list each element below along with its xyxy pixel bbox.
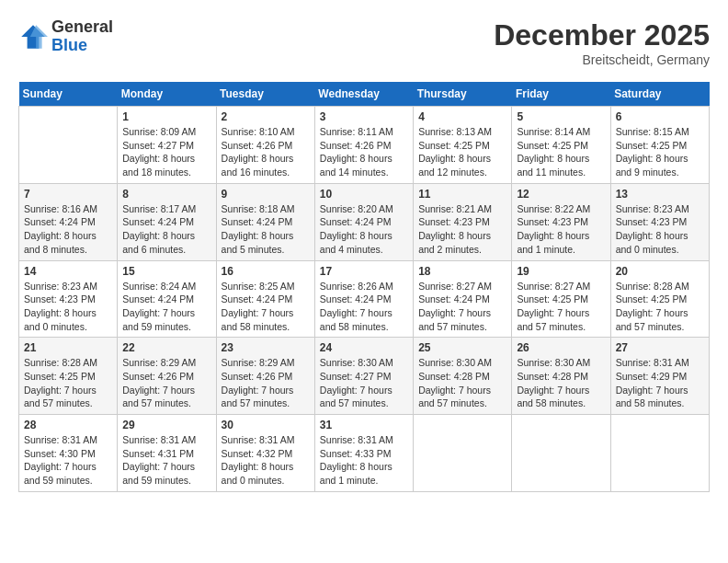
day-number: 8 (122, 188, 210, 201)
day-info: Sunrise: 8:13 AM Sunset: 4:25 PM Dayligh… (418, 125, 506, 179)
calendar-cell: 23Sunrise: 8:29 AM Sunset: 4:26 PM Dayli… (216, 338, 314, 415)
calendar-cell: 2Sunrise: 8:10 AM Sunset: 4:26 PM Daylig… (216, 107, 314, 184)
day-info: Sunrise: 8:31 AM Sunset: 4:30 PM Dayligh… (24, 433, 112, 488)
day-info: Sunrise: 8:14 AM Sunset: 4:25 PM Dayligh… (517, 125, 605, 179)
calendar-cell: 19Sunrise: 8:27 AM Sunset: 4:25 PM Dayli… (512, 260, 610, 338)
day-info: Sunrise: 8:16 AM Sunset: 4:24 PM Dayligh… (24, 202, 112, 257)
day-info: Sunrise: 8:27 AM Sunset: 4:25 PM Dayligh… (517, 280, 605, 334)
day-number: 5 (517, 110, 605, 123)
day-number: 26 (517, 341, 605, 354)
day-info: Sunrise: 8:26 AM Sunset: 4:24 PM Dayligh… (320, 280, 408, 334)
day-number: 31 (320, 419, 408, 431)
weekday-header-friday: Friday (512, 82, 610, 107)
day-info: Sunrise: 8:18 AM Sunset: 4:24 PM Dayligh… (222, 202, 310, 257)
day-info: Sunrise: 8:23 AM Sunset: 4:23 PM Dayligh… (24, 280, 112, 334)
calendar-cell (414, 415, 512, 492)
calendar-cell: 13Sunrise: 8:23 AM Sunset: 4:23 PM Dayli… (610, 183, 709, 260)
day-info: Sunrise: 8:24 AM Sunset: 4:24 PM Dayligh… (122, 280, 210, 334)
day-number: 28 (24, 419, 112, 431)
logo-text: General Blue (51, 18, 113, 55)
day-info: Sunrise: 8:15 AM Sunset: 4:25 PM Dayligh… (616, 125, 704, 179)
weekday-header-row: SundayMondayTuesdayWednesdayThursdayFrid… (19, 82, 710, 107)
day-info: Sunrise: 8:30 AM Sunset: 4:28 PM Dayligh… (517, 356, 605, 410)
week-row-4: 21Sunrise: 8:28 AM Sunset: 4:25 PM Dayli… (19, 338, 710, 415)
calendar-cell (512, 415, 610, 492)
calendar-cell: 15Sunrise: 8:24 AM Sunset: 4:24 PM Dayli… (118, 260, 216, 338)
week-row-2: 7Sunrise: 8:16 AM Sunset: 4:24 PM Daylig… (19, 183, 710, 260)
weekday-header-saturday: Saturday (610, 82, 709, 107)
day-number: 1 (122, 110, 210, 123)
day-number: 6 (616, 110, 704, 123)
calendar-cell: 24Sunrise: 8:30 AM Sunset: 4:27 PM Dayli… (314, 338, 413, 415)
day-number: 27 (616, 341, 704, 354)
month-title: December 2025 (494, 18, 710, 52)
day-number: 24 (320, 341, 408, 354)
location-subtitle: Breitscheidt, Germany (494, 52, 710, 67)
calendar-cell: 14Sunrise: 8:23 AM Sunset: 4:23 PM Dayli… (19, 260, 118, 338)
day-info: Sunrise: 8:29 AM Sunset: 4:26 PM Dayligh… (222, 356, 310, 410)
day-info: Sunrise: 8:09 AM Sunset: 4:27 PM Dayligh… (122, 125, 210, 179)
day-info: Sunrise: 8:21 AM Sunset: 4:23 PM Dayligh… (418, 202, 506, 257)
calendar-table: SundayMondayTuesdayWednesdayThursdayFrid… (18, 82, 710, 492)
day-info: Sunrise: 8:20 AM Sunset: 4:24 PM Dayligh… (320, 202, 408, 257)
day-number: 3 (320, 110, 408, 123)
weekday-header-thursday: Thursday (414, 82, 512, 107)
calendar-cell: 4Sunrise: 8:13 AM Sunset: 4:25 PM Daylig… (414, 107, 512, 184)
day-info: Sunrise: 8:25 AM Sunset: 4:24 PM Dayligh… (222, 280, 310, 334)
day-number: 20 (616, 265, 704, 278)
calendar-cell: 6Sunrise: 8:15 AM Sunset: 4:25 PM Daylig… (610, 107, 709, 184)
calendar-cell: 5Sunrise: 8:14 AM Sunset: 4:25 PM Daylig… (512, 107, 610, 184)
day-number: 18 (418, 265, 506, 278)
title-block: December 2025 Breitscheidt, Germany (494, 18, 710, 67)
calendar-cell: 21Sunrise: 8:28 AM Sunset: 4:25 PM Dayli… (19, 338, 118, 415)
day-info: Sunrise: 8:31 AM Sunset: 4:32 PM Dayligh… (222, 433, 310, 488)
day-number: 15 (122, 265, 210, 278)
day-number: 23 (222, 341, 310, 354)
calendar-cell: 26Sunrise: 8:30 AM Sunset: 4:28 PM Dayli… (512, 338, 610, 415)
week-row-1: 1Sunrise: 8:09 AM Sunset: 4:27 PM Daylig… (19, 107, 710, 184)
day-number: 7 (24, 188, 112, 201)
day-number: 12 (517, 188, 605, 201)
day-number: 29 (122, 419, 210, 431)
day-info: Sunrise: 8:31 AM Sunset: 4:33 PM Dayligh… (320, 433, 408, 488)
weekday-header-tuesday: Tuesday (216, 82, 314, 107)
calendar-cell: 7Sunrise: 8:16 AM Sunset: 4:24 PM Daylig… (19, 183, 118, 260)
day-info: Sunrise: 8:22 AM Sunset: 4:23 PM Dayligh… (517, 202, 605, 257)
logo-icon (18, 22, 48, 52)
day-number: 9 (222, 188, 310, 201)
week-row-5: 28Sunrise: 8:31 AM Sunset: 4:30 PM Dayli… (19, 415, 710, 492)
page-header: General Blue December 2025 Breitscheidt,… (18, 18, 710, 67)
day-number: 13 (616, 188, 704, 201)
weekday-header-sunday: Sunday (19, 82, 118, 107)
calendar-cell: 22Sunrise: 8:29 AM Sunset: 4:26 PM Dayli… (118, 338, 216, 415)
day-info: Sunrise: 8:31 AM Sunset: 4:31 PM Dayligh… (122, 433, 210, 488)
calendar-cell (610, 415, 709, 492)
calendar-cell: 17Sunrise: 8:26 AM Sunset: 4:24 PM Dayli… (314, 260, 413, 338)
calendar-cell: 3Sunrise: 8:11 AM Sunset: 4:26 PM Daylig… (314, 107, 413, 184)
calendar-cell: 12Sunrise: 8:22 AM Sunset: 4:23 PM Dayli… (512, 183, 610, 260)
calendar-cell: 16Sunrise: 8:25 AM Sunset: 4:24 PM Dayli… (216, 260, 314, 338)
day-number: 17 (320, 265, 408, 278)
day-info: Sunrise: 8:30 AM Sunset: 4:28 PM Dayligh… (418, 356, 506, 410)
day-number: 11 (418, 188, 506, 201)
calendar-cell: 28Sunrise: 8:31 AM Sunset: 4:30 PM Dayli… (19, 415, 118, 492)
calendar-cell: 27Sunrise: 8:31 AM Sunset: 4:29 PM Dayli… (610, 338, 709, 415)
day-number: 22 (122, 341, 210, 354)
day-number: 16 (222, 265, 310, 278)
day-info: Sunrise: 8:31 AM Sunset: 4:29 PM Dayligh… (616, 356, 704, 410)
calendar-cell: 10Sunrise: 8:20 AM Sunset: 4:24 PM Dayli… (314, 183, 413, 260)
day-info: Sunrise: 8:17 AM Sunset: 4:24 PM Dayligh… (122, 202, 210, 257)
day-info: Sunrise: 8:30 AM Sunset: 4:27 PM Dayligh… (320, 356, 408, 410)
calendar-cell: 9Sunrise: 8:18 AM Sunset: 4:24 PM Daylig… (216, 183, 314, 260)
day-info: Sunrise: 8:11 AM Sunset: 4:26 PM Dayligh… (320, 125, 408, 179)
calendar-cell: 20Sunrise: 8:28 AM Sunset: 4:25 PM Dayli… (610, 260, 709, 338)
day-number: 25 (418, 341, 506, 354)
day-number: 4 (418, 110, 506, 123)
calendar-cell: 11Sunrise: 8:21 AM Sunset: 4:23 PM Dayli… (414, 183, 512, 260)
day-number: 21 (24, 341, 112, 354)
day-info: Sunrise: 8:29 AM Sunset: 4:26 PM Dayligh… (122, 356, 210, 410)
calendar-cell: 18Sunrise: 8:27 AM Sunset: 4:24 PM Dayli… (414, 260, 512, 338)
day-number: 2 (222, 110, 310, 123)
weekday-header-wednesday: Wednesday (314, 82, 413, 107)
logo: General Blue (18, 18, 113, 55)
